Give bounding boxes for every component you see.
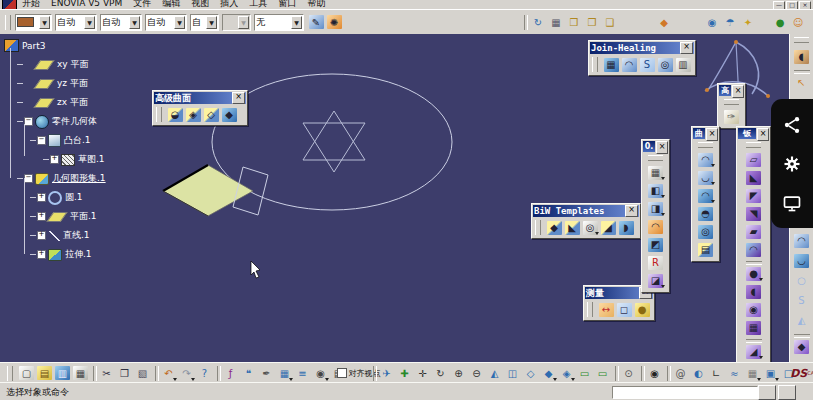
side-wall-icon[interactable]: ◣ — [745, 169, 763, 186]
corner-relief-icon[interactable]: ◢ — [745, 343, 763, 360]
chevron-down-icon[interactable]: ▼ — [238, 16, 249, 29]
healing-icon[interactable]: ◠ — [620, 56, 638, 73]
fly-mode-button[interactable]: ✈ — [378, 365, 395, 382]
hole-icon[interactable]: ◎ — [581, 219, 599, 236]
whats-this-button[interactable]: ? — [196, 365, 213, 382]
sheetmetal-toolbar[interactable]: 钣× ▱◣◤◥▰◠●◖◉▦◢ — [736, 126, 771, 364]
close-icon[interactable]: × — [706, 128, 718, 141]
tree-item-part3[interactable]: Part3 — [2, 36, 162, 55]
cut-button[interactable]: ✂ — [98, 365, 115, 382]
shading-mode-button[interactable]: ◆ — [540, 365, 557, 382]
revolve-surface-icon[interactable]: ◡ — [697, 169, 715, 186]
toolbar-grip[interactable] — [7, 366, 13, 381]
tree-expander[interactable]: + — [37, 193, 46, 202]
mating-flange-icon[interactable]: ◢ — [599, 219, 617, 236]
shape-morphing-icon[interactable]: ◆ — [220, 106, 238, 123]
linetype-combo[interactable]: 自动▼ — [55, 14, 97, 31]
render-style-button[interactable]: ◈ — [558, 365, 575, 382]
stamp-icon[interactable]: ● — [745, 265, 763, 282]
swirl-button[interactable]: @ — [672, 365, 689, 382]
constraints-button[interactable]: ≈ — [726, 365, 743, 382]
toolbar-grip[interactable] — [156, 107, 162, 122]
tree-item-sketch1[interactable]: + 草图.1 — [2, 150, 162, 169]
ring-surface-icon[interactable]: ◎ — [697, 223, 715, 240]
grid-snap-icon[interactable]: ▦ — [547, 14, 565, 31]
wireframe-grid-icon[interactable]: ▦ — [647, 164, 665, 181]
zoom-out-button[interactable]: ⊖ — [468, 365, 485, 382]
tree-item-extrude1[interactable]: + 拉伸.1 — [2, 245, 162, 264]
catalog-save-icon[interactable]: ❑ — [601, 14, 619, 31]
join-icon[interactable]: ▦ — [602, 56, 620, 73]
untrim-icon[interactable]: ◎ — [656, 56, 674, 73]
diabolo-icon[interactable]: ◣ — [563, 219, 581, 236]
fit-all-in-button[interactable]: ✚ — [396, 365, 413, 382]
zoom-in-button[interactable]: ⊕ — [450, 365, 467, 382]
tree-expander[interactable]: + — [37, 231, 46, 240]
toolbar-grip[interactable] — [592, 57, 598, 72]
design-table-button[interactable]: ▦ — [276, 365, 293, 382]
pattern-icon[interactable]: ▦ — [745, 319, 763, 336]
multi-section-icon[interactable]: ▤ — [697, 241, 715, 258]
layer-filter-combo[interactable]: 无▼ — [254, 14, 304, 31]
normal-view-button[interactable]: ◭ — [486, 365, 503, 382]
paint-attributes-icon[interactable]: ✎ — [307, 14, 325, 31]
render-tools-icon[interactable]: ◖ — [793, 48, 811, 65]
command-list-button[interactable] — [758, 385, 776, 400]
close-icon[interactable]: × — [656, 141, 668, 154]
desk-lamp-icon[interactable]: ✦ — [739, 14, 757, 31]
extract-solid-icon[interactable]: ◨ — [647, 200, 665, 217]
iso-view-button[interactable]: ◇ — [522, 365, 539, 382]
screen-a-button[interactable]: ▭ — [576, 365, 593, 382]
surface-loft-icon[interactable]: ◡ — [793, 252, 811, 269]
transform-surface-icon[interactable]: ◪ — [647, 272, 665, 289]
material-basket-icon[interactable]: ◆ — [655, 14, 673, 31]
bump-surface-icon[interactable]: ◒ — [166, 106, 184, 123]
pointtype-combo[interactable]: 自动▼ — [145, 14, 187, 31]
multi-view-button[interactable]: ◫ — [504, 365, 521, 382]
wall-icon[interactable]: ▱ — [745, 151, 763, 168]
flange-icon[interactable]: ◤ — [745, 187, 763, 204]
lineweight-combo[interactable]: 自动▼ — [100, 14, 142, 31]
louver-icon[interactable]: ◖ — [745, 283, 763, 300]
biw-templates-toolbar[interactable]: BiW Templates× ◆◣◎◢◗ — [531, 203, 641, 239]
tree-expander[interactable]: − — [24, 117, 33, 126]
split-trim-icon[interactable]: ◩ — [647, 236, 665, 253]
help-book-button[interactable] — [778, 385, 796, 400]
advanced-surface-toolbar[interactable]: 高级曲面× ◒◈◇◆ — [152, 90, 248, 126]
tree-item-geoset1[interactable]: − 几何图形集.1 — [2, 169, 162, 188]
flanged-hole-icon[interactable]: ◉ — [745, 301, 763, 318]
extrude-surface-icon[interactable]: ◆ — [793, 338, 811, 355]
close-icon[interactable]: × — [625, 205, 638, 217]
paste-button[interactable]: ▧ — [134, 365, 151, 382]
grid-button[interactable]: ▦ — [744, 365, 761, 382]
junction-icon[interactable]: ◆ — [545, 219, 563, 236]
structure-button[interactable]: ≡ — [294, 365, 311, 382]
pan-button[interactable]: ✛ — [414, 365, 431, 382]
share-icon[interactable] — [782, 115, 802, 135]
chevron-down-icon[interactable]: ▼ — [206, 16, 217, 29]
print-button[interactable]: ▦ — [72, 365, 89, 382]
dome-surface-icon[interactable]: ◠ — [647, 218, 665, 235]
avatar-icon[interactable]: ☺ — [789, 14, 807, 31]
close-icon[interactable]: × — [232, 92, 245, 104]
join-healing-toolbar[interactable]: Join-Healing× ▦◠S◎▥ — [588, 40, 696, 76]
capture-button[interactable]: ◉ — [646, 365, 663, 382]
color-wand-icon[interactable]: ✺ — [325, 14, 343, 31]
toolbar-grip[interactable] — [648, 155, 663, 161]
formula-button[interactable]: ƒ — [222, 365, 239, 382]
surface-sweep-icon[interactable]: ◠ — [793, 232, 811, 249]
toolbar-grip[interactable] — [698, 142, 713, 148]
menu-enovia[interactable]: ENOVIA V5 VPM — [51, 0, 122, 8]
toolbar-grip[interactable] — [794, 37, 809, 43]
close-icon[interactable]: × — [757, 128, 769, 141]
chevron-down-icon[interactable]: ▼ — [291, 16, 302, 29]
toolbar-grip[interactable] — [746, 142, 761, 148]
parasol-icon[interactable]: ☂ — [721, 14, 739, 31]
tree-item-plane1[interactable]: + 平面.1 — [2, 207, 162, 226]
globe-render-button[interactable]: ◐ — [690, 365, 707, 382]
circle-tool-icon[interactable]: ○ — [793, 272, 811, 289]
dome-icon[interactable]: ◓ — [697, 205, 715, 222]
disassemble-icon[interactable]: ▥ — [674, 56, 692, 73]
close-icon[interactable]: × — [680, 42, 693, 54]
tree-expander[interactable]: − — [24, 174, 33, 183]
